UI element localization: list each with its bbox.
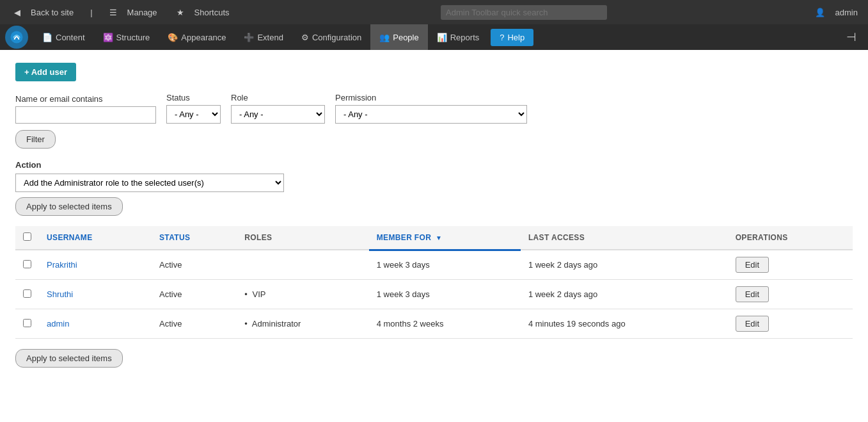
operations-cell: Edit xyxy=(728,309,853,339)
nav-item-extend[interactable]: ➕ Extend xyxy=(235,24,292,50)
people-icon: 👥 xyxy=(379,33,390,42)
header-row: USERNAME STATUS ROLES MEMBER FOR ▼ LAST … xyxy=(15,226,853,250)
apply-bottom-button[interactable]: Apply to selected items xyxy=(15,349,123,368)
edit-button[interactable]: Edit xyxy=(736,286,769,302)
last-access-cell: 4 minutes 19 seconds ago xyxy=(521,309,728,339)
operations-cell: Edit xyxy=(728,280,853,309)
header-operations: OPERATIONS xyxy=(728,226,853,250)
help-button[interactable]: ? Help xyxy=(491,29,533,46)
structure-icon: 🔯 xyxy=(103,33,113,42)
back-to-site-link[interactable]: ◀ Back to site xyxy=(6,8,81,17)
row-checkbox[interactable] xyxy=(23,319,31,327)
permission-select[interactable]: - Any - xyxy=(335,105,527,124)
table-row: Prakrithi Active 1 week 3 days 1 week 2 … xyxy=(15,250,853,280)
header-status[interactable]: STATUS xyxy=(152,226,237,250)
row-checkbox-cell xyxy=(15,309,39,339)
star-icon: ★ xyxy=(173,8,188,17)
name-email-input[interactable] xyxy=(15,106,156,124)
status-field: Status - Any - Active Blocked xyxy=(166,93,221,124)
header-last-access[interactable]: LAST ACCESS xyxy=(521,226,728,250)
table-header: USERNAME STATUS ROLES MEMBER FOR ▼ LAST … xyxy=(15,226,853,250)
roles-cell: • VIP xyxy=(237,280,368,309)
content-icon: 📄 xyxy=(42,33,52,42)
name-email-label: Name or email contains xyxy=(15,94,156,104)
member-for-cell: 1 week 3 days xyxy=(369,280,521,309)
nav-item-structure[interactable]: 🔯 Structure xyxy=(94,24,159,50)
users-table: USERNAME STATUS ROLES MEMBER FOR ▼ LAST … xyxy=(15,226,853,339)
nav-item-reports[interactable]: 📊 Reports xyxy=(428,24,489,50)
row-checkbox-cell xyxy=(15,250,39,280)
username-cell: Shruthi xyxy=(39,280,152,309)
filter-button[interactable]: Filter xyxy=(15,130,56,149)
nav-items-container: 📄 Content 🔯 Structure 🎨 Appearance ➕ Ext… xyxy=(33,24,533,50)
help-icon: ? xyxy=(500,33,504,42)
select-all-checkbox[interactable] xyxy=(23,232,31,241)
role-field: Role - Any - Administrator VIP Authentic… xyxy=(231,93,325,124)
filter-form: Name or email contains Status - Any - Ac… xyxy=(15,93,853,149)
back-arrow-icon: ◀ xyxy=(10,8,24,17)
role-select[interactable]: - Any - Administrator VIP Authenticated … xyxy=(231,105,325,124)
permission-label: Permission xyxy=(335,93,527,102)
table-body: Prakrithi Active 1 week 3 days 1 week 2 … xyxy=(15,250,853,339)
username-link[interactable]: Prakrithi xyxy=(47,260,77,270)
last-access-cell: 1 week 2 days ago xyxy=(521,250,728,280)
config-icon: ⚙ xyxy=(301,33,309,42)
toolbar-user: 👤 admin xyxy=(811,8,862,17)
admin-toolbar: ◀ Back to site | ☰ Manage ★ Shortcuts 👤 … xyxy=(0,0,868,24)
extend-icon: ➕ xyxy=(244,33,254,42)
header-username[interactable]: USERNAME xyxy=(39,226,152,250)
table-row: Shruthi Active • VIP 1 week 3 days 1 wee… xyxy=(15,280,853,309)
username-link[interactable]: admin xyxy=(47,319,69,329)
header-checkbox-col xyxy=(15,226,39,250)
row-checkbox[interactable] xyxy=(23,289,31,298)
action-section: Action Add the Administrator role to the… xyxy=(15,160,853,216)
page-content: + Add user Name or email contains Status… xyxy=(0,50,868,422)
toolbar-search-input[interactable] xyxy=(441,5,607,20)
status-select[interactable]: - Any - Active Blocked xyxy=(166,105,221,124)
shortcuts-link[interactable]: ★ Shortcuts xyxy=(169,8,237,17)
edit-button[interactable]: Edit xyxy=(736,316,769,332)
filter-row: Name or email contains Status - Any - Ac… xyxy=(15,93,853,124)
add-user-button[interactable]: + Add user xyxy=(15,63,76,81)
member-for-cell: 4 months 2 weeks xyxy=(369,309,521,339)
status-cell: Active xyxy=(152,280,237,309)
manage-icon: ☰ xyxy=(106,8,121,17)
site-logo[interactable] xyxy=(5,26,28,49)
table-row: admin Active • Administrator 4 months 2 … xyxy=(15,309,853,339)
main-nav: 📄 Content 🔯 Structure 🎨 Appearance ➕ Ext… xyxy=(0,24,868,50)
nav-item-configuration[interactable]: ⚙ Configuration xyxy=(292,24,370,50)
operations-cell: Edit xyxy=(728,250,853,280)
status-cell: Active xyxy=(152,309,237,339)
roles-cell xyxy=(237,250,368,280)
name-email-field: Name or email contains xyxy=(15,94,156,124)
user-icon: 👤 xyxy=(811,8,829,17)
status-label: Status xyxy=(166,93,221,102)
username-cell: Prakrithi xyxy=(39,250,152,280)
role-label: Role xyxy=(231,93,325,102)
header-roles: ROLES xyxy=(237,226,368,250)
toolbar-search-container xyxy=(441,5,607,20)
last-access-cell: 1 week 2 days ago xyxy=(521,280,728,309)
status-cell: Active xyxy=(152,250,237,280)
action-label: Action xyxy=(15,160,853,170)
reports-icon: 📊 xyxy=(437,33,447,42)
roles-cell: • Administrator xyxy=(237,309,368,339)
member-for-cell: 1 week 3 days xyxy=(369,250,521,280)
nav-collapse-icon[interactable]: ⊣ xyxy=(840,30,863,44)
username-link[interactable]: Shruthi xyxy=(47,289,73,299)
appearance-icon: 🎨 xyxy=(168,33,178,42)
header-member-for[interactable]: MEMBER FOR ▼ xyxy=(369,226,521,250)
permission-field: Permission - Any - xyxy=(335,93,527,124)
action-select[interactable]: Add the Administrator role to the select… xyxy=(15,174,284,192)
nav-item-people[interactable]: 👥 People xyxy=(370,24,427,50)
edit-button[interactable]: Edit xyxy=(736,257,769,273)
manage-link[interactable]: ☰ Manage xyxy=(102,8,165,17)
sort-arrow-icon: ▼ xyxy=(436,234,442,241)
nav-item-appearance[interactable]: 🎨 Appearance xyxy=(159,24,235,50)
row-checkbox[interactable] xyxy=(23,260,31,268)
apply-top-button[interactable]: Apply to selected items xyxy=(15,197,123,216)
row-checkbox-cell xyxy=(15,280,39,309)
nav-item-content[interactable]: 📄 Content xyxy=(33,24,94,50)
username-cell: admin xyxy=(39,309,152,339)
